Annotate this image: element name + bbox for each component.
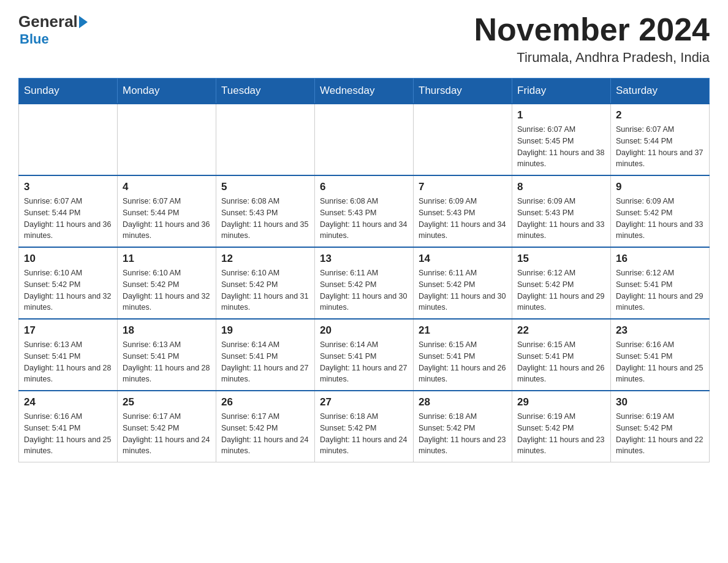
day-number: 25 xyxy=(123,396,211,408)
day-info: Sunrise: 6:19 AMSunset: 5:42 PMDaylight:… xyxy=(616,411,704,457)
calendar-cell: 12Sunrise: 6:10 AMSunset: 5:42 PMDayligh… xyxy=(216,247,315,319)
calendar-cell: 27Sunrise: 6:18 AMSunset: 5:42 PMDayligh… xyxy=(315,391,414,462)
calendar-cell: 6Sunrise: 6:08 AMSunset: 5:43 PMDaylight… xyxy=(315,175,414,247)
calendar-cell: 8Sunrise: 6:09 AMSunset: 5:43 PMDaylight… xyxy=(512,175,611,247)
calendar-cell: 9Sunrise: 6:09 AMSunset: 5:42 PMDaylight… xyxy=(611,175,710,247)
calendar-cell: 23Sunrise: 6:16 AMSunset: 5:41 PMDayligh… xyxy=(611,319,710,391)
day-info: Sunrise: 6:15 AMSunset: 5:41 PMDaylight:… xyxy=(517,339,605,385)
day-number: 30 xyxy=(616,396,704,408)
calendar-cell: 19Sunrise: 6:14 AMSunset: 5:41 PMDayligh… xyxy=(216,319,315,391)
logo-arrow-icon xyxy=(79,16,88,28)
col-header-sunday: Sunday xyxy=(19,79,118,104)
col-header-wednesday: Wednesday xyxy=(315,79,414,104)
day-info: Sunrise: 6:14 AMSunset: 5:41 PMDaylight:… xyxy=(221,339,309,385)
logo-text: General xyxy=(18,12,89,31)
day-info: Sunrise: 6:09 AMSunset: 5:43 PMDaylight:… xyxy=(419,196,507,242)
day-number: 29 xyxy=(517,396,605,408)
day-number: 20 xyxy=(320,324,408,337)
day-info: Sunrise: 6:12 AMSunset: 5:42 PMDaylight:… xyxy=(517,267,605,313)
day-number: 5 xyxy=(221,181,309,193)
day-info: Sunrise: 6:14 AMSunset: 5:41 PMDaylight:… xyxy=(320,339,408,385)
calendar-cell: 15Sunrise: 6:12 AMSunset: 5:42 PMDayligh… xyxy=(512,247,611,319)
day-number: 14 xyxy=(419,253,507,265)
day-info: Sunrise: 6:13 AMSunset: 5:41 PMDaylight:… xyxy=(24,339,112,385)
month-title: November 2024 xyxy=(474,12,710,47)
day-number: 4 xyxy=(123,181,211,193)
day-info: Sunrise: 6:15 AMSunset: 5:41 PMDaylight:… xyxy=(419,339,507,385)
col-header-thursday: Thursday xyxy=(414,79,512,104)
day-info: Sunrise: 6:12 AMSunset: 5:41 PMDaylight:… xyxy=(616,267,704,313)
day-number: 12 xyxy=(221,253,309,265)
location: Tirumala, Andhra Pradesh, India xyxy=(474,50,710,66)
calendar-cell: 26Sunrise: 6:17 AMSunset: 5:42 PMDayligh… xyxy=(216,391,315,462)
calendar-cell: 17Sunrise: 6:13 AMSunset: 5:41 PMDayligh… xyxy=(19,319,118,391)
week-row-4: 17Sunrise: 6:13 AMSunset: 5:41 PMDayligh… xyxy=(19,319,710,391)
calendar-cell: 18Sunrise: 6:13 AMSunset: 5:41 PMDayligh… xyxy=(118,319,216,391)
day-info: Sunrise: 6:10 AMSunset: 5:42 PMDaylight:… xyxy=(24,267,112,313)
calendar-table: SundayMondayTuesdayWednesdayThursdayFrid… xyxy=(18,78,710,462)
calendar-cell: 22Sunrise: 6:15 AMSunset: 5:41 PMDayligh… xyxy=(512,319,611,391)
col-header-monday: Monday xyxy=(118,79,216,104)
week-row-5: 24Sunrise: 6:16 AMSunset: 5:41 PMDayligh… xyxy=(19,391,710,462)
day-number: 6 xyxy=(320,181,408,193)
day-info: Sunrise: 6:07 AMSunset: 5:44 PMDaylight:… xyxy=(616,124,704,170)
calendar-header-row: SundayMondayTuesdayWednesdayThursdayFrid… xyxy=(19,79,710,104)
day-number: 22 xyxy=(517,324,605,337)
day-number: 11 xyxy=(123,253,211,265)
day-info: Sunrise: 6:08 AMSunset: 5:43 PMDaylight:… xyxy=(320,196,408,242)
day-number: 24 xyxy=(24,396,112,408)
logo-blue-text: Blue xyxy=(20,31,49,47)
calendar-cell: 5Sunrise: 6:08 AMSunset: 5:43 PMDaylight… xyxy=(216,175,315,247)
day-number: 21 xyxy=(419,324,507,337)
week-row-1: 1Sunrise: 6:07 AMSunset: 5:45 PMDaylight… xyxy=(19,104,710,175)
title-area: November 2024 Tirumala, Andhra Pradesh, … xyxy=(474,12,710,66)
day-info: Sunrise: 6:17 AMSunset: 5:42 PMDaylight:… xyxy=(123,411,211,457)
day-number: 27 xyxy=(320,396,408,408)
day-info: Sunrise: 6:09 AMSunset: 5:42 PMDaylight:… xyxy=(616,196,704,242)
calendar-cell: 16Sunrise: 6:12 AMSunset: 5:41 PMDayligh… xyxy=(611,247,710,319)
col-header-friday: Friday xyxy=(512,79,611,104)
day-number: 18 xyxy=(123,324,211,337)
calendar-cell: 7Sunrise: 6:09 AMSunset: 5:43 PMDaylight… xyxy=(414,175,512,247)
day-number: 23 xyxy=(616,324,704,337)
calendar-cell xyxy=(315,104,414,175)
day-info: Sunrise: 6:09 AMSunset: 5:43 PMDaylight:… xyxy=(517,196,605,242)
calendar-cell: 10Sunrise: 6:10 AMSunset: 5:42 PMDayligh… xyxy=(19,247,118,319)
day-number: 15 xyxy=(517,253,605,265)
calendar-cell: 25Sunrise: 6:17 AMSunset: 5:42 PMDayligh… xyxy=(118,391,216,462)
col-header-saturday: Saturday xyxy=(611,79,710,104)
calendar-cell: 11Sunrise: 6:10 AMSunset: 5:42 PMDayligh… xyxy=(118,247,216,319)
day-number: 2 xyxy=(616,109,704,121)
calendar-cell xyxy=(216,104,315,175)
calendar-cell: 4Sunrise: 6:07 AMSunset: 5:44 PMDaylight… xyxy=(118,175,216,247)
day-info: Sunrise: 6:10 AMSunset: 5:42 PMDaylight:… xyxy=(221,267,309,313)
calendar-cell: 29Sunrise: 6:19 AMSunset: 5:42 PMDayligh… xyxy=(512,391,611,462)
calendar-cell: 28Sunrise: 6:18 AMSunset: 5:42 PMDayligh… xyxy=(414,391,512,462)
calendar-cell: 24Sunrise: 6:16 AMSunset: 5:41 PMDayligh… xyxy=(19,391,118,462)
calendar-cell: 14Sunrise: 6:11 AMSunset: 5:42 PMDayligh… xyxy=(414,247,512,319)
logo-general: General xyxy=(18,12,78,31)
day-number: 3 xyxy=(24,181,112,193)
calendar-cell: 21Sunrise: 6:15 AMSunset: 5:41 PMDayligh… xyxy=(414,319,512,391)
day-info: Sunrise: 6:07 AMSunset: 5:45 PMDaylight:… xyxy=(517,124,605,170)
day-info: Sunrise: 6:11 AMSunset: 5:42 PMDaylight:… xyxy=(320,267,408,313)
day-info: Sunrise: 6:08 AMSunset: 5:43 PMDaylight:… xyxy=(221,196,309,242)
day-number: 9 xyxy=(616,181,704,193)
calendar-cell: 3Sunrise: 6:07 AMSunset: 5:44 PMDaylight… xyxy=(19,175,118,247)
day-info: Sunrise: 6:07 AMSunset: 5:44 PMDaylight:… xyxy=(24,196,112,242)
day-info: Sunrise: 6:18 AMSunset: 5:42 PMDaylight:… xyxy=(320,411,408,457)
day-number: 16 xyxy=(616,253,704,265)
day-number: 8 xyxy=(517,181,605,193)
day-info: Sunrise: 6:16 AMSunset: 5:41 PMDaylight:… xyxy=(616,339,704,385)
week-row-2: 3Sunrise: 6:07 AMSunset: 5:44 PMDaylight… xyxy=(19,175,710,247)
calendar-cell xyxy=(414,104,512,175)
page-header: General Blue November 2024 Tirumala, And… xyxy=(18,12,710,66)
day-number: 28 xyxy=(419,396,507,408)
day-number: 26 xyxy=(221,396,309,408)
day-number: 13 xyxy=(320,253,408,265)
col-header-tuesday: Tuesday xyxy=(216,79,315,104)
day-info: Sunrise: 6:13 AMSunset: 5:41 PMDaylight:… xyxy=(123,339,211,385)
day-info: Sunrise: 6:11 AMSunset: 5:42 PMDaylight:… xyxy=(419,267,507,313)
calendar-cell xyxy=(118,104,216,175)
logo: General Blue xyxy=(18,12,89,47)
